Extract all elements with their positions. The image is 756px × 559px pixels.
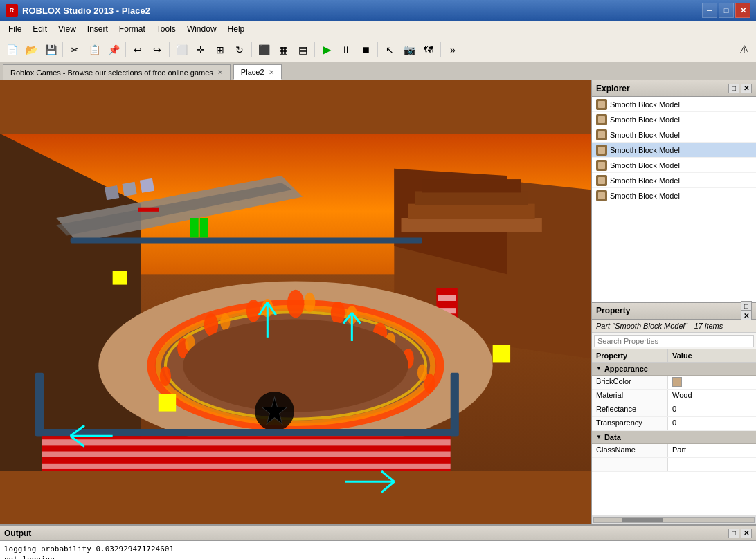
explorer-item-icon-3 xyxy=(596,145,607,156)
explorer-pin-button[interactable]: □ xyxy=(728,84,739,93)
output-header: Output □ ✕ xyxy=(0,526,756,541)
explorer-controls: □ ✕ xyxy=(728,84,752,93)
property-pin-button[interactable]: □ xyxy=(741,301,752,311)
data-arrow-icon: ▼ xyxy=(596,434,602,440)
hscroll-thumb[interactable] xyxy=(622,518,663,522)
output-panel: Output □ ✕ logging probability 0.0329294… xyxy=(0,524,756,559)
prop-row-brickcolor[interactable]: BrickColor xyxy=(592,376,756,390)
svg-point-30 xyxy=(204,313,218,336)
brickcolor-swatch xyxy=(672,377,682,387)
explorer-title: Explorer xyxy=(596,84,630,93)
prop-row-material[interactable]: Material Wood xyxy=(592,390,756,403)
explorer-item-2[interactable]: Smooth Block Model xyxy=(592,127,756,143)
explorer-item-6[interactable]: Smooth Block Model xyxy=(592,188,756,203)
menu-view[interactable]: View xyxy=(53,23,82,35)
explorer-item-1[interactable]: Smooth Block Model xyxy=(592,112,756,127)
svg-rect-46 xyxy=(35,373,44,437)
maximize-button[interactable]: □ xyxy=(719,3,734,18)
tab-place2-close[interactable]: ✕ xyxy=(269,68,274,76)
property-col-property: Property xyxy=(592,349,668,362)
explorer-item-3[interactable]: Smooth Block Model xyxy=(592,143,756,158)
menu-file[interactable]: File xyxy=(3,23,27,35)
tab-place2[interactable]: Place2 ✕ xyxy=(233,64,282,80)
new-button[interactable]: 📄 xyxy=(3,41,21,59)
property-col-value: Value xyxy=(668,349,756,362)
arrow-tool[interactable]: ↖ xyxy=(381,41,399,59)
prop-row-reflectance[interactable]: Reflectance 0 xyxy=(592,403,756,417)
menu-edit[interactable]: Edit xyxy=(27,23,53,35)
select-button[interactable]: ⬜ xyxy=(172,41,190,59)
svg-rect-67 xyxy=(190,218,199,237)
save-button[interactable]: 💾 xyxy=(42,41,60,59)
property-hscrollbar[interactable] xyxy=(592,515,756,524)
menu-tools[interactable]: Tools xyxy=(151,23,181,35)
open-button[interactable]: 📂 xyxy=(22,41,40,59)
paste-button[interactable]: 📌 xyxy=(105,41,123,59)
explorer-close-button[interactable]: ✕ xyxy=(741,84,752,93)
explorer-item-label-2: Smooth Block Model xyxy=(610,131,680,139)
insert-part-button[interactable]: ⬛ xyxy=(255,41,273,59)
prop-value-transparency[interactable]: 0 xyxy=(668,417,756,430)
explorer-item-icon-2 xyxy=(596,129,607,140)
menu-insert[interactable]: Insert xyxy=(82,23,114,35)
cut-button[interactable]: ✂ xyxy=(66,41,84,59)
close-button[interactable]: ✕ xyxy=(735,3,750,18)
appearance-arrow-icon: ▼ xyxy=(596,365,602,372)
hscroll-track[interactable] xyxy=(593,517,755,523)
appearance-section[interactable]: ▼ Appearance xyxy=(592,363,756,376)
play-button[interactable]: ▶ xyxy=(318,41,336,59)
terrain-button[interactable]: 🗺 xyxy=(420,41,438,59)
property-search-input[interactable] xyxy=(594,335,754,347)
explorer-item-label-6: Smooth Block Model xyxy=(610,192,680,200)
data-label: Data xyxy=(604,433,621,441)
stop-button[interactable]: ⏹ xyxy=(357,41,375,59)
data-section[interactable]: ▼ Data xyxy=(592,431,756,444)
ungroup-button[interactable]: ▤ xyxy=(294,41,312,59)
svg-point-40 xyxy=(417,364,427,381)
move-button[interactable]: ✛ xyxy=(192,41,210,59)
undo-button[interactable]: ↩ xyxy=(129,41,147,59)
toolbar-sep-7 xyxy=(440,42,441,57)
pause-button[interactable]: ⏸ xyxy=(337,41,355,59)
svg-point-38 xyxy=(220,313,230,330)
explorer-list[interactable]: Smooth Block Model Smooth Block Model Sm… xyxy=(592,97,756,303)
tab-browser-close[interactable]: ✕ xyxy=(217,68,223,76)
menu-format[interactable]: Format xyxy=(114,23,151,35)
report-button[interactable]: ⚠ xyxy=(735,41,753,59)
explorer-item-5[interactable]: Smooth Block Model xyxy=(592,173,756,188)
menu-window[interactable]: Window xyxy=(181,23,222,35)
rotate-button[interactable]: ↻ xyxy=(231,41,249,59)
svg-rect-50 xyxy=(42,452,451,457)
tab-browser[interactable]: Roblox Games - Browse our selections of … xyxy=(3,64,231,80)
property-header-controls: □ ✕ xyxy=(741,301,752,320)
minimize-button[interactable]: ─ xyxy=(702,3,717,18)
svg-line-59 xyxy=(381,471,394,482)
svg-rect-4 xyxy=(402,218,542,232)
svg-rect-44 xyxy=(71,237,422,243)
copy-button[interactable]: 📋 xyxy=(85,41,103,59)
property-title: Property xyxy=(596,306,630,315)
redo-button[interactable]: ↪ xyxy=(148,41,166,59)
menu-help[interactable]: Help xyxy=(222,23,251,35)
prop-value-reflectance[interactable]: 0 xyxy=(668,403,756,416)
explorer-item-0[interactable]: Smooth Block Model xyxy=(592,97,756,112)
camera-button[interactable]: 📷 xyxy=(400,41,418,59)
prop-row-transparency[interactable]: Transparency 0 xyxy=(592,417,756,431)
more-button[interactable]: » xyxy=(444,41,462,59)
output-close-button[interactable]: ✕ xyxy=(741,529,752,538)
explorer-item-icon-1 xyxy=(596,114,607,125)
scale-button[interactable]: ⊞ xyxy=(211,41,229,59)
tab-browser-label: Roblox Games - Browse our selections of … xyxy=(10,68,213,77)
prop-row-classname[interactable]: ClassName Part xyxy=(592,444,756,458)
appearance-label: Appearance xyxy=(604,365,648,373)
output-controls: □ ✕ xyxy=(728,529,752,538)
viewport[interactable] xyxy=(0,80,591,524)
svg-rect-11 xyxy=(105,185,119,200)
prop-value-brickcolor[interactable] xyxy=(668,376,756,389)
group-button[interactable]: ▦ xyxy=(274,41,292,59)
explorer-item-label-3: Smooth Block Model xyxy=(610,146,680,154)
output-pin-button[interactable]: □ xyxy=(728,529,739,538)
prop-value-material[interactable]: Wood xyxy=(668,390,756,403)
explorer-item-4[interactable]: Smooth Block Model xyxy=(592,158,756,173)
toolbar-sep-1 xyxy=(62,42,63,57)
